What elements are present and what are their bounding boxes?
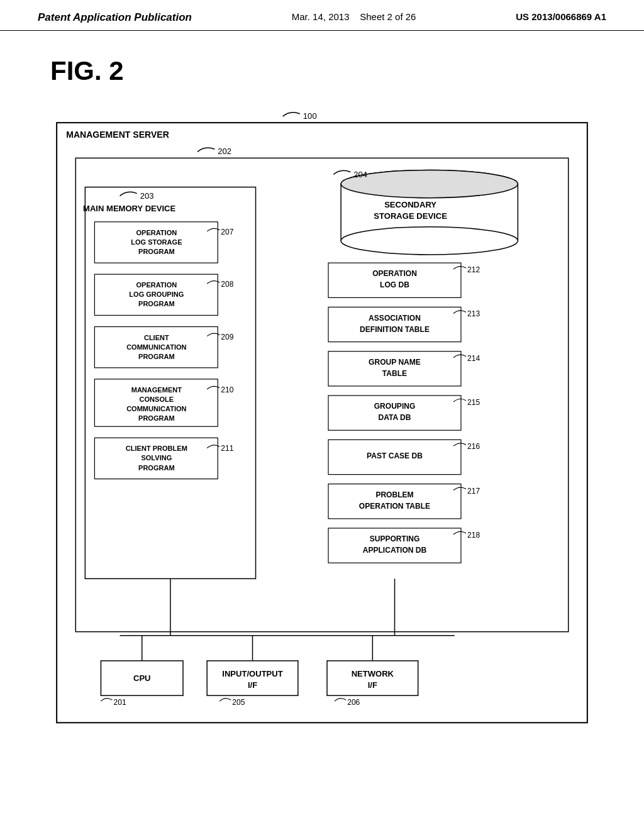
prog-208-line1: OPERATION [136, 281, 177, 289]
network-label-line2: I/F [368, 680, 377, 690]
prog-210-line2: CONSOLE [140, 396, 174, 403]
ref-210-label: 210 [221, 385, 233, 394]
db-217-line1: PROBLEM [375, 490, 413, 499]
db-217-line2: OPERATION TABLE [359, 502, 430, 511]
ref-204-label: 204 [353, 170, 367, 179]
ref-206-label: 206 [347, 698, 360, 707]
ref-209-label: 209 [221, 333, 233, 341]
ref-100-label: 100 [303, 111, 317, 121]
prog-210-line4: PROGRAM [138, 414, 175, 422]
prog-208-line2: LOG GROUPING [129, 290, 184, 298]
ref-214-label: 214 [467, 354, 480, 363]
ref-216-label: 216 [467, 442, 480, 451]
diagram-container: 100 MANAGEMENT SERVER 202 SECONDARY STOR… [38, 105, 606, 768]
figure-title: FIG. 2 [50, 56, 644, 86]
prog-207-line1: OPERATION [136, 229, 177, 236]
ref-213-label: 213 [467, 309, 480, 318]
ref-202-arrow [197, 148, 214, 152]
db-218-line2: APPLICATION DB [363, 546, 427, 555]
db-214-line1: GROUP NAME [369, 358, 421, 367]
cylinder-bottom [341, 227, 518, 255]
page-header: Patent Application Publication Mar. 14, … [0, 0, 644, 31]
ref-215-label: 215 [467, 398, 480, 407]
ref-100-arrow [283, 113, 300, 116]
date-sheet: Mar. 14, 2013 Sheet 2 of 26 [292, 11, 416, 22]
ref-212-label: 212 [467, 265, 480, 274]
io-label-line1: INPUT/OUTPUT [222, 669, 282, 678]
prog-207-line3: PROGRAM [138, 248, 175, 255]
management-server-label: MANAGEMENT SERVER [66, 130, 169, 140]
publication-type: Patent Application Publication [38, 11, 192, 24]
cylinder-cap [341, 170, 518, 197]
db-214-line2: TABLE [382, 369, 407, 378]
secondary-storage-label: SECONDARY [384, 200, 436, 209]
patent-number: US 2013/0066869 A1 [516, 11, 606, 22]
prog-209-line3: PROGRAM [138, 353, 175, 360]
ref-203-arrow [120, 192, 137, 196]
ref-201-arrow [101, 699, 112, 702]
ref-205-arrow [219, 699, 231, 702]
ref-202-label: 202 [218, 147, 231, 156]
ref-218-label: 218 [467, 531, 480, 540]
ref-203-label: 203 [140, 191, 154, 201]
cpu-label: CPU [133, 673, 151, 683]
prog-211-line1: CLIENT PROBLEM [126, 445, 187, 452]
prog-211-line3: PROGRAM [138, 464, 175, 472]
db-212-line2: LOG DB [380, 280, 409, 289]
db-212-line1: OPERATION [372, 269, 417, 278]
ref-207-label: 207 [221, 228, 233, 236]
prog-211-line2: SOLVING [141, 454, 172, 462]
db-213-line2: DEFINITION TABLE [360, 325, 430, 334]
db-215-line2: DATA DB [379, 413, 411, 422]
ref-206-arrow [335, 699, 346, 702]
prog-207-line2: LOG STORAGE [131, 238, 182, 246]
prog-209-line2: COMMUNICATION [126, 343, 186, 351]
diagram-svg: 100 MANAGEMENT SERVER 202 SECONDARY STOR… [38, 105, 606, 768]
ref-205-label: 205 [232, 698, 245, 707]
prog-210-line3: COMMUNICATION [126, 405, 186, 412]
db-216-line1: PAST CASE DB [367, 451, 423, 460]
db-215-line1: GROUPING [374, 402, 416, 411]
db-218-line1: SUPPORTING [370, 534, 420, 543]
io-label-line2: I/F [248, 680, 257, 690]
ref-208-label: 208 [221, 280, 233, 289]
ref-217-label: 217 [467, 487, 480, 495]
prog-210-line1: MANAGEMENT [131, 386, 182, 394]
network-label-line1: NETWORK [352, 669, 394, 678]
ref-204-arrow [333, 170, 350, 174]
db-213-line1: ASSOCIATION [369, 314, 421, 323]
ref-201-label: 201 [114, 698, 126, 707]
prog-208-line3: PROGRAM [138, 300, 175, 307]
prog-209-line1: CLIENT [144, 334, 169, 341]
main-memory-label: MAIN MEMORY DEVICE [83, 204, 175, 213]
secondary-storage-label2: STORAGE DEVICE [374, 211, 447, 221]
ref-211-label: 211 [221, 444, 233, 453]
